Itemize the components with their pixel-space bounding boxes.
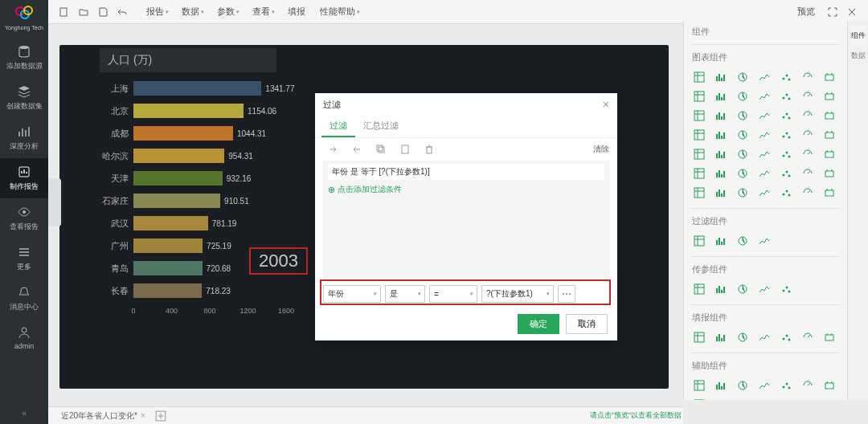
select-is[interactable]: 是 (385, 285, 425, 303)
condition-row[interactable]: 年份 是 等于 [?(下拉参数1)] (328, 164, 604, 180)
select-field[interactable]: 年份 (323, 285, 381, 303)
select-value[interactable]: ?(下拉参数1) (481, 285, 554, 303)
modal-tab-filter[interactable]: 过滤 (321, 116, 355, 137)
copy-icon[interactable] (373, 141, 389, 157)
svg-rect-77 (402, 145, 408, 153)
svg-rect-76 (377, 145, 383, 151)
cancel-button[interactable]: 取消 (566, 314, 608, 334)
add-condition[interactable]: 点击添加过滤条件 (328, 181, 604, 198)
filter-modal: 过滤× 过滤 汇总过滤 清除 年份 是 等于 [?(下拉参数1)] 点击添加过滤… (315, 93, 617, 340)
clear-button[interactable]: 清除 (593, 144, 609, 155)
delete-icon[interactable] (421, 141, 437, 157)
add-value-icon[interactable]: ⋯ (558, 285, 575, 303)
ok-button[interactable]: 确定 (518, 314, 559, 334)
svg-rect-75 (379, 147, 384, 153)
paste-icon[interactable] (397, 141, 413, 157)
arrow-left-icon[interactable] (349, 141, 365, 157)
arrow-right-icon[interactable] (325, 141, 341, 157)
filter-builder-row: 年份 是 = ?(下拉参数1) ⋯ (315, 280, 617, 308)
modal-title: 过滤 (323, 99, 341, 111)
modal-body: 年份 是 等于 [?(下拉参数1)] 点击添加过滤条件 (323, 161, 609, 280)
select-op[interactable]: = (429, 285, 477, 303)
modal-tab-summary[interactable]: 汇总过滤 (355, 116, 407, 137)
modal-close-icon[interactable]: × (603, 98, 609, 111)
